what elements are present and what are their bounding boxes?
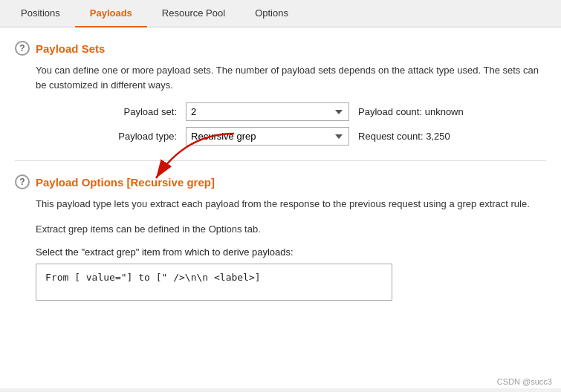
request-count-info: Request count: 3,250	[358, 131, 546, 142]
payload-options-help-icon[interactable]: ?	[15, 174, 30, 189]
section-divider	[15, 160, 546, 161]
tab-bar: Positions Payloads Resource Pool Options	[0, 0, 561, 27]
main-content: ? Payload Sets You can define one or mor…	[0, 27, 561, 388]
payload-sets-description: You can define one or more payload sets.…	[36, 63, 546, 92]
grep-code-box[interactable]: From [ value="] to [" />\n\n <label>]	[36, 264, 392, 301]
payload-set-label: Payload set:	[36, 106, 177, 117]
payload-sets-title-row: ? Payload Sets	[15, 41, 546, 56]
select-grep-label: Select the "extract grep" item from whic…	[36, 246, 546, 258]
tab-options[interactable]: Options	[240, 0, 303, 27]
payload-count-info: Payload count: unknown	[358, 106, 546, 117]
tab-resource-pool[interactable]: Resource Pool	[147, 0, 240, 27]
payload-type-label: Payload type:	[36, 131, 177, 142]
payload-set-select[interactable]: 2 1 3 4	[186, 102, 349, 121]
watermark-text: CSDN @succ3	[497, 377, 552, 386]
payload-sets-form: Payload set: 2 1 3 4 Payload count: unkn…	[36, 102, 546, 146]
payload-options-desc1: This payload type lets you extract each …	[36, 197, 546, 212]
payload-options-heading: Payload Options [Recursive grep]	[36, 176, 215, 189]
payload-options-title-row: ? Payload Options [Recursive grep]	[15, 174, 546, 189]
tab-positions[interactable]: Positions	[6, 0, 75, 27]
tab-payloads[interactable]: Payloads	[75, 0, 147, 27]
payload-options-desc2: Extract grep items can be defined in the…	[36, 222, 546, 237]
payload-options-section: ? Payload Options [Recursive grep] This …	[15, 174, 546, 301]
payload-sets-heading: Payload Sets	[36, 42, 105, 55]
payload-type-select[interactable]: Recursive grep Simple list Runtime file …	[186, 127, 349, 146]
payload-sets-help-icon[interactable]: ?	[15, 41, 30, 56]
payload-sets-section: ? Payload Sets You can define one or mor…	[15, 41, 546, 146]
